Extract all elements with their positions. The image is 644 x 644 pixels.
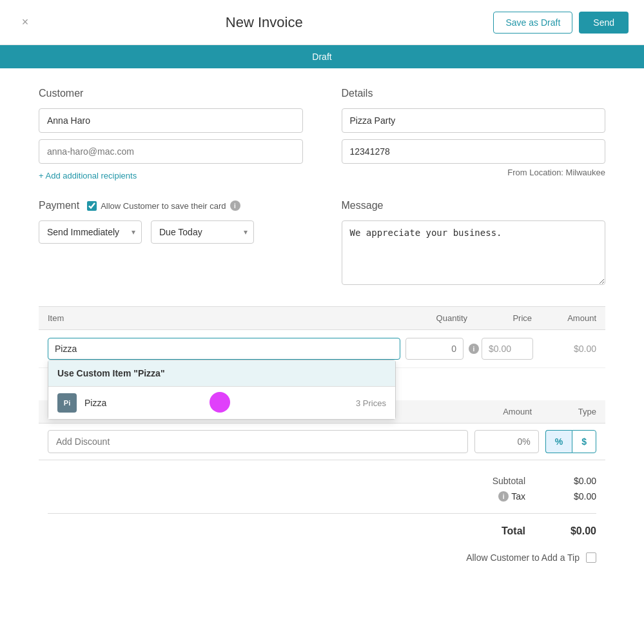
subtotal-value: $0.00 bbox=[538, 476, 596, 486]
item-qty-input[interactable] bbox=[405, 338, 463, 360]
discount-pct-input[interactable] bbox=[474, 430, 539, 453]
totals-divider bbox=[48, 513, 596, 514]
customer-details-row: Customer + Add additional recipients Det… bbox=[39, 88, 605, 181]
send-timing-select[interactable]: Send Immediately Schedule bbox=[39, 220, 142, 244]
total-label: Total bbox=[422, 525, 538, 537]
header-item: Item bbox=[48, 313, 409, 323]
allow-save-card-label[interactable]: Allow Customer to save their card i bbox=[87, 200, 240, 211]
allow-save-card-checkbox[interactable] bbox=[87, 201, 97, 211]
price-info-icon[interactable]: i bbox=[469, 344, 479, 354]
save-card-info-icon[interactable]: i bbox=[230, 200, 240, 211]
payment-dropdowns: Send Immediately Schedule ▾ Due Today Ne… bbox=[39, 220, 303, 244]
tip-label: Allow Customer to Add a Tip bbox=[466, 552, 580, 563]
tax-info-icon[interactable]: i bbox=[498, 491, 509, 502]
message-textarea[interactable]: We appreciate your business. bbox=[342, 220, 606, 285]
dropdown-prices-count: 3 Prices bbox=[356, 398, 386, 408]
save-draft-button[interactable]: Save as Draft bbox=[493, 12, 572, 34]
from-location: From Location: Milwaukee bbox=[342, 168, 606, 177]
details-number-input[interactable] bbox=[342, 139, 606, 164]
payment-header: Payment Allow Customer to save their car… bbox=[39, 200, 303, 211]
tax-label-text: Tax bbox=[511, 491, 525, 502]
discount-row: % $ bbox=[39, 424, 605, 460]
header2-type: Type bbox=[538, 407, 596, 416]
item-name-input[interactable] bbox=[48, 338, 400, 360]
tax-label-wrapper: i Tax bbox=[422, 491, 538, 502]
item-row-container: i $0.00 Use Custom Item "Pizza" Pi Pizza… bbox=[39, 330, 605, 368]
total-value: $0.00 bbox=[538, 525, 596, 537]
subtotal-row: Subtotal $0.00 bbox=[48, 473, 596, 489]
items-table: Item Quantity Price Amount i $0.00 Use C… bbox=[39, 306, 605, 460]
item-search-dropdown: Use Custom Item "Pizza" Pi Pizza 3 Price… bbox=[48, 360, 396, 420]
discount-btn-group: % $ bbox=[545, 430, 596, 453]
discount-dollar-button[interactable]: $ bbox=[572, 430, 596, 453]
customer-section-label: Customer bbox=[39, 88, 303, 99]
details-section-label: Details bbox=[342, 88, 606, 99]
totals-section: Subtotal $0.00 i Tax $0.00 Total $0.00 bbox=[39, 460, 605, 540]
subtotal-label: Subtotal bbox=[422, 476, 538, 486]
add-recipients-link[interactable]: + Add additional recipients bbox=[39, 171, 137, 181]
payment-message-row: Payment Allow Customer to save their car… bbox=[39, 200, 605, 287]
table-header-row: Item Quantity Price Amount bbox=[39, 307, 605, 330]
tip-checkbox[interactable] bbox=[586, 552, 596, 563]
tip-row: Allow Customer to Add a Tip bbox=[39, 540, 605, 569]
discount-pct-button[interactable]: % bbox=[545, 430, 572, 453]
item-amount: $0.00 bbox=[538, 344, 596, 354]
item-price-input[interactable] bbox=[482, 338, 533, 360]
dropdown-item-name: Pizza bbox=[84, 398, 356, 408]
price-wrapper: i bbox=[469, 338, 533, 360]
main-content: Customer + Add additional recipients Det… bbox=[0, 68, 644, 589]
message-section-label: Message bbox=[342, 200, 606, 211]
header: × New Invoice Save as Draft Send bbox=[0, 0, 644, 45]
message-section: Message We appreciate your business. bbox=[342, 200, 606, 287]
payment-section: Payment Allow Customer to save their car… bbox=[39, 200, 303, 287]
dropdown-custom-item[interactable]: Use Custom Item "Pizza" bbox=[48, 360, 395, 387]
due-date-wrapper: Due Today Net 15 Net 30 ▾ bbox=[151, 220, 254, 244]
header2-amount: Amount bbox=[454, 407, 538, 416]
discount-input[interactable] bbox=[48, 430, 468, 453]
item-avatar: Pi bbox=[57, 393, 77, 413]
grand-total-row: Total $0.00 bbox=[48, 523, 596, 540]
details-section: Details From Location: Milwaukee bbox=[342, 88, 606, 181]
header-price: Price bbox=[474, 313, 538, 323]
send-timing-wrapper: Send Immediately Schedule ▾ bbox=[39, 220, 142, 244]
tax-row: i Tax $0.00 bbox=[48, 489, 596, 504]
due-date-select[interactable]: Due Today Net 15 Net 30 bbox=[151, 220, 254, 244]
header-amount: Amount bbox=[538, 313, 596, 323]
customer-section: Customer + Add additional recipients bbox=[39, 88, 303, 181]
page-title: New Invoice bbox=[226, 14, 303, 31]
close-button[interactable]: × bbox=[15, 13, 35, 32]
payment-label: Payment bbox=[39, 200, 79, 211]
item-row: i $0.00 bbox=[48, 338, 596, 360]
customer-email-input[interactable] bbox=[39, 139, 303, 164]
draft-banner: Draft bbox=[0, 45, 644, 68]
dropdown-pizza-result[interactable]: Pi Pizza 3 Prices bbox=[48, 387, 395, 419]
header-qty: Quantity bbox=[409, 313, 474, 323]
details-title-input[interactable] bbox=[342, 108, 606, 133]
tax-value: $0.00 bbox=[538, 491, 596, 502]
customer-name-input[interactable] bbox=[39, 108, 303, 133]
header-actions: Save as Draft Send bbox=[493, 12, 629, 34]
send-button[interactable]: Send bbox=[579, 12, 629, 34]
